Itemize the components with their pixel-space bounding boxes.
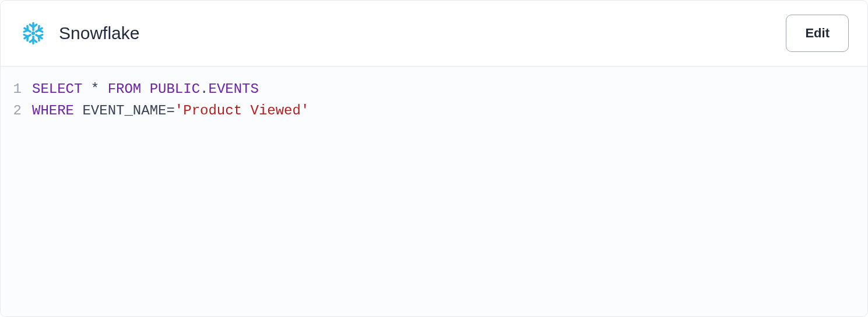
- code-token: [141, 81, 149, 97]
- code-token: FROM: [108, 81, 142, 97]
- code-editor[interactable]: 1SELECT * FROM PUBLIC.EVENTS2WHERE EVENT…: [1, 67, 867, 316]
- card-header: Snowflake Edit: [1, 1, 867, 67]
- line-number: 1: [1, 78, 32, 100]
- code-token: WHERE: [32, 103, 74, 119]
- code-token: EVENTS: [208, 81, 258, 97]
- code-line: 2WHERE EVENT_NAME='Product Viewed': [1, 100, 867, 121]
- svg-point-0: [31, 32, 35, 35]
- code-token: [74, 103, 82, 119]
- query-card: Snowflake Edit 1SELECT * FROM PUBLIC.EVE…: [0, 0, 868, 317]
- snowflake-icon: [19, 19, 47, 47]
- code-content: WHERE EVENT_NAME='Product Viewed': [32, 100, 867, 121]
- code-token: [99, 81, 107, 97]
- code-token: SELECT: [32, 81, 82, 97]
- code-token: =: [166, 103, 174, 119]
- code-token: [82, 81, 90, 97]
- code-token: EVENT_NAME: [82, 103, 166, 119]
- card-title: Snowflake: [59, 23, 139, 43]
- code-token: 'Product Viewed': [175, 103, 309, 119]
- code-line: 1SELECT * FROM PUBLIC.EVENTS: [1, 78, 867, 100]
- title-wrap: Snowflake: [19, 19, 139, 47]
- edit-button[interactable]: Edit: [786, 15, 849, 52]
- code-content: SELECT * FROM PUBLIC.EVENTS: [32, 78, 867, 100]
- code-token: *: [91, 81, 99, 97]
- code-token: .: [200, 81, 208, 97]
- line-number: 2: [1, 100, 32, 121]
- code-token: PUBLIC: [150, 81, 200, 97]
